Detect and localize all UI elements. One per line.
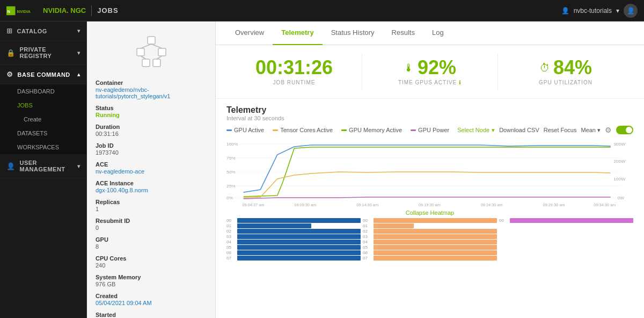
sidebar-item-create[interactable]: Create (0, 112, 86, 126)
nav-section-label: JOBS (97, 6, 118, 15)
select-node-button[interactable]: Select Node ▾ (457, 127, 495, 134)
legend-gpu-memory-active[interactable]: GPU Memory Active (341, 127, 402, 133)
svg-rect-6 (158, 48, 166, 56)
chart-actions: Select Node ▾ Download CSV Reset Focus M… (457, 126, 633, 134)
sidebar-item-private-registry[interactable]: 🔒 PRIVATE REGISTRY ▾ (0, 41, 86, 65)
tab-log[interactable]: Log (423, 21, 452, 45)
gpu-active-icon: 🌡 (404, 62, 414, 74)
ace-value[interactable]: nv-eagledemo-ace (96, 168, 207, 175)
svg-text:09:04:37 am: 09:04:37 am (242, 203, 264, 207)
catalog-chevron-icon: ▾ (77, 28, 80, 34)
sidebar-catalog-label: CATALOG (17, 28, 47, 34)
job-info-panel: Container nv-eagledemo/nvbc-tutorials/py… (87, 21, 216, 318)
sidebar-item-dashboard[interactable]: DASHBOARD (0, 84, 86, 98)
job-id-value: 1973740 (96, 149, 207, 156)
dashboard-label: DASHBOARD (17, 88, 55, 95)
jobs-label: JOBS (17, 102, 33, 109)
sidebar-item-base-command[interactable]: ⚙ BASE COMMAND ▴ (0, 65, 86, 84)
mean-button[interactable]: Mean ▾ (581, 127, 601, 134)
navbar-right: 👤 nvbc-tutorials ▾ 👤 (561, 4, 638, 18)
svg-text:100%: 100% (226, 142, 238, 147)
heatmap-orange-row-3: 03 (363, 234, 497, 239)
sidebar-item-catalog[interactable]: ⊞ CATALOG ▾ (0, 21, 86, 41)
job-info-body: Container nv-eagledemo/nvbc-tutorials/py… (87, 75, 215, 318)
legend-label-gpu-power: GPU Power (418, 127, 449, 133)
heatmap-orange-bar-03 (374, 234, 497, 239)
replicas-label: Replicas (96, 199, 207, 205)
svg-text:09:24:30 am: 09:24:30 am (481, 203, 503, 207)
svg-line-9 (141, 44, 151, 48)
settings-button[interactable]: ⚙ (605, 126, 612, 134)
info-system-memory: System Memory 976 GB (96, 274, 207, 287)
info-container: Container nv-eagledemo/nvbc-tutorials/py… (96, 80, 207, 99)
system-memory-value: 976 GB (96, 281, 207, 287)
heatmap-label-03: 03 (226, 234, 236, 239)
svg-text:50%: 50% (226, 170, 236, 175)
sidebar-item-workspaces[interactable]: WORKSPACES (0, 140, 86, 154)
heatmap-purple-label-00: 00 (499, 218, 509, 223)
heatmap-label-01: 01 (226, 223, 236, 228)
heatmap-blue-row-2: 02 (226, 229, 361, 234)
select-node-label: Select Node (457, 127, 489, 133)
legend-gpu-power[interactable]: GPU Power (411, 127, 449, 133)
base-command-chevron-icon: ▴ (77, 71, 80, 77)
private-registry-chevron-icon: ▾ (77, 50, 80, 56)
system-memory-label: System Memory (96, 274, 207, 280)
telemetry-chart[interactable]: 100% 75% 50% 25% 0% 300W 200W 100W 0W (226, 139, 633, 208)
sidebar-item-user-management[interactable]: 👤 USER MANAGEMENT ▾ (0, 154, 86, 178)
sidebar-item-jobs[interactable]: JOBS (0, 98, 86, 112)
brand: N NVIDIA . NVIDIA. NGC (6, 5, 86, 16)
info-created: Created 05/04/2021 09:04 AM (96, 293, 207, 306)
legend-dot-gpu-power (411, 129, 416, 131)
user-avatar[interactable]: 👤 (624, 4, 638, 18)
legend-gpu-active[interactable]: GPU Active (226, 127, 264, 133)
job-icon (133, 32, 170, 70)
info-resubmit-id: Resubmit ID 0 (96, 218, 207, 231)
tab-results[interactable]: Results (383, 21, 423, 45)
heatmap-orange-label-04: 04 (363, 240, 372, 244)
ace-instance-value[interactable]: dgx·100.40g.8.norm (96, 187, 207, 193)
svg-text:09:19:30 am: 09:19:30 am (419, 203, 441, 207)
heatmap-block-purple: 00 (499, 218, 633, 261)
heatmap-orange-row-7: 07 (363, 256, 497, 261)
svg-text:09:09:30 am: 09:09:30 am (294, 203, 316, 207)
heatmap-blue-row-6: 06 (226, 250, 361, 255)
heatmap-bar-04 (237, 240, 361, 244)
tab-telemetry[interactable]: Telemetry (273, 21, 322, 45)
info-job-id: Job ID 1973740 (96, 142, 207, 156)
username-label[interactable]: nvbc-tutorials (574, 7, 612, 15)
heatmap-orange-bar-07 (374, 256, 497, 261)
heatmap-label-05: 05 (226, 245, 236, 250)
mean-label: Mean (581, 127, 596, 133)
toggle-switch[interactable] (616, 126, 633, 134)
heatmap-blue-row-5: 05 (226, 245, 361, 250)
private-registry-icon: 🔒 (6, 49, 16, 57)
ace-instance-label: ACE Instance (96, 180, 207, 186)
nav-divider (91, 5, 92, 16)
heatmap-label-07: 07 (226, 256, 236, 261)
chart-legend: GPU Active Tensor Cores Active GPU Memor… (226, 127, 451, 133)
user-chevron-icon[interactable]: ▾ (616, 7, 619, 15)
download-csv-button[interactable]: Download CSV (499, 127, 539, 133)
resubmit-id-value: 0 (96, 225, 207, 231)
started-label: Started (96, 312, 207, 318)
heatmap-blue-row-7: 07 (226, 256, 361, 261)
sidebar-item-datasets[interactable]: DATASETS (0, 126, 86, 140)
status-value: Running (96, 112, 207, 118)
legend-tensor-cores-active[interactable]: Tensor Cores Active (273, 127, 333, 133)
heatmap-orange-row-2: 02 (363, 229, 497, 234)
metric-runtime-label: JOB RUNTIME (235, 80, 353, 85)
reset-focus-button[interactable]: Reset Focus (544, 127, 577, 133)
tab-status-history[interactable]: Status History (323, 21, 383, 45)
container-value[interactable]: nv-eagledemo/nvbc-tutorials/pytorch_styl… (96, 86, 207, 99)
heatmap-orange-row-0: 00 (363, 218, 497, 223)
collapse-heatmap-button[interactable]: Collapse Heatmap (226, 208, 633, 218)
status-label: Status (96, 105, 207, 111)
tab-overview[interactable]: Overview (226, 21, 273, 45)
heatmap-orange-bar-04 (374, 240, 497, 244)
info-status: Status Running (96, 105, 207, 118)
heatmap-orange-bar-05 (374, 245, 497, 250)
telemetry-panel: Overview Telemetry Status History Result… (216, 21, 644, 318)
heatmap-label-02: 02 (226, 229, 236, 234)
svg-line-12 (157, 56, 162, 59)
